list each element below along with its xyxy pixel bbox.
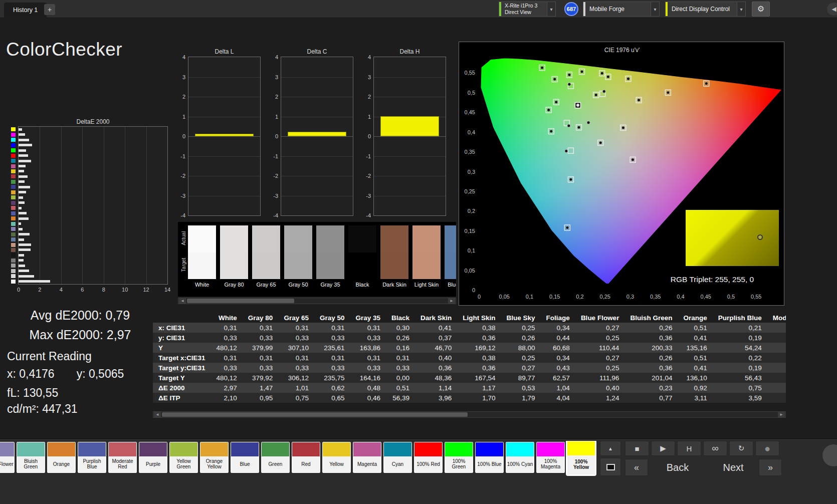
cell: 0,26 bbox=[386, 333, 415, 343]
deltae-bar bbox=[19, 217, 29, 220]
patch-swatch bbox=[11, 185, 16, 189]
cie-y-tick: 0,55 bbox=[461, 70, 475, 76]
refresh-button[interactable]: ↻ bbox=[729, 441, 753, 456]
patch-color-swatch bbox=[170, 442, 197, 456]
chevron-down-icon[interactable]: ▾ bbox=[547, 2, 555, 16]
record-button[interactable]: ● bbox=[755, 441, 779, 456]
scroll-left-icon[interactable]: ◄ bbox=[154, 412, 161, 417]
meter-dropdown[interactable]: X-Rite i1Pro 3Direct View ▾ bbox=[499, 2, 556, 17]
cell: 0,46 bbox=[767, 323, 786, 333]
next-chevrons-button[interactable]: » bbox=[759, 459, 782, 476]
cell: 0,30 bbox=[386, 323, 415, 333]
y-tick-label: 1 bbox=[357, 114, 371, 120]
current-reading-xy: x: 0,4176 y: 0,5065 bbox=[7, 367, 124, 381]
table-scrollbar-thumb[interactable] bbox=[162, 412, 468, 417]
patch-button-purple[interactable]: Purple bbox=[139, 442, 167, 473]
cell: 3,96 bbox=[415, 393, 457, 403]
next-button[interactable]: Next bbox=[711, 459, 756, 476]
deltae-bar bbox=[19, 243, 31, 246]
expand-up-icon[interactable]: ▲ bbox=[600, 441, 621, 456]
patch-button-blue-flower[interactable]: Blue Flower bbox=[0, 442, 15, 473]
patch-button-orange-yellow[interactable]: Orange Yellow bbox=[200, 442, 229, 473]
collapse-panel-icon[interactable]: ◀ bbox=[827, 3, 837, 16]
patch-button-100-green[interactable]: 100% Green bbox=[445, 442, 473, 473]
history-tab[interactable]: History 1 bbox=[4, 3, 47, 18]
patch-color-swatch bbox=[0, 442, 14, 456]
wheel-button[interactable] bbox=[822, 444, 837, 467]
cell: 0,22 bbox=[713, 353, 767, 363]
patch-button-moderate-red[interactable]: Moderate Red bbox=[108, 442, 137, 473]
gridline bbox=[374, 156, 446, 157]
patch-button-cyan[interactable]: Cyan bbox=[383, 442, 412, 473]
patch-button-100-red[interactable]: 100% Red bbox=[414, 442, 443, 473]
workflow-dropdown[interactable]: Direct Display Control ▾ bbox=[665, 2, 746, 17]
actual-row-label: Actual bbox=[181, 225, 186, 252]
patch-button-label: Yellow bbox=[323, 456, 350, 471]
strip-scrollbar[interactable]: ◄ ► bbox=[178, 298, 456, 304]
chevron-down-icon[interactable]: ▾ bbox=[651, 2, 659, 16]
scroll-right-icon[interactable]: ► bbox=[778, 412, 785, 417]
patch-button-100-cyan[interactable]: 100% Cyan bbox=[506, 442, 534, 473]
cell: 46,70 bbox=[415, 343, 457, 353]
cell: 136,10 bbox=[678, 373, 712, 383]
cell: 89,77 bbox=[501, 373, 541, 383]
patch-swatch bbox=[11, 190, 16, 194]
cell: 0,33 bbox=[386, 363, 415, 373]
patch-button-100-yellow[interactable]: 100% Yellow bbox=[567, 441, 595, 475]
chevron-down-icon[interactable]: ▾ bbox=[737, 2, 745, 16]
patch-button-red[interactable]: Red bbox=[292, 442, 320, 473]
settings-gear-icon[interactable]: ⚙ bbox=[752, 2, 770, 17]
strip-scrollbar-thumb[interactable] bbox=[187, 299, 294, 303]
cell: 164,16 bbox=[350, 373, 386, 383]
table-row: Target y:CIE310,330,330,330,330,330,330,… bbox=[153, 363, 786, 373]
column-header: Gray 80 bbox=[243, 313, 279, 323]
gridline bbox=[374, 136, 446, 137]
pattern-source-dropdown[interactable]: Mobile Forge ▾ bbox=[583, 2, 660, 17]
cell: 111,96 bbox=[575, 373, 625, 383]
continuous-button[interactable]: ∞ bbox=[703, 441, 727, 456]
scroll-left-icon[interactable]: ◄ bbox=[179, 298, 186, 304]
patch-button-bluish-green[interactable]: Bluish Green bbox=[17, 442, 45, 473]
table-scrollbar[interactable]: ◄ ► bbox=[153, 411, 786, 418]
x-tick-label: 12 bbox=[143, 287, 149, 293]
patch-button-100-blue[interactable]: 100% Blue bbox=[475, 442, 504, 473]
measured-marker bbox=[705, 82, 708, 85]
max-de2000-label: Max dE2000: 2,97 bbox=[5, 325, 155, 345]
stop-button[interactable]: ■ bbox=[625, 441, 649, 456]
column-header: Foliage bbox=[541, 313, 575, 323]
hold-button[interactable]: H bbox=[677, 441, 701, 456]
cie-x-tick: 0,55 bbox=[751, 294, 761, 300]
patch-button-orange[interactable]: Orange bbox=[47, 442, 76, 473]
patch-color-swatch bbox=[48, 442, 75, 456]
play-button[interactable]: ▶ bbox=[651, 441, 675, 456]
gridline bbox=[188, 117, 260, 117]
table-header-row: WhiteGray 80Gray 65Gray 50Gray 35BlackDa… bbox=[153, 313, 786, 323]
patch-button-label: Bluish Green bbox=[17, 456, 45, 471]
deltae-bar bbox=[19, 275, 34, 278]
cie-y-tick: 0 bbox=[461, 287, 475, 293]
back-chevrons-button[interactable]: « bbox=[625, 459, 648, 476]
patch-color-swatch bbox=[414, 442, 442, 456]
patch-button-100-magenta[interactable]: 100% Magenta bbox=[536, 442, 565, 473]
patch-swatch bbox=[11, 127, 16, 131]
cie-x-tick: 0,4 bbox=[677, 294, 684, 300]
pattern-window-button[interactable] bbox=[600, 458, 621, 476]
row-label: ΔE 2000 bbox=[153, 383, 211, 393]
gridline bbox=[188, 136, 260, 137]
back-button[interactable]: Back bbox=[652, 459, 704, 476]
patch-button-purplish-blue[interactable]: Purplish Blue bbox=[78, 442, 106, 473]
deltae-bar bbox=[19, 180, 25, 183]
patch-button-yellow-green[interactable]: Yellow Green bbox=[169, 442, 198, 473]
deltae-bar bbox=[19, 128, 22, 131]
patch-button-label: Yellow Green bbox=[170, 456, 197, 471]
patch-button-green[interactable]: Green bbox=[261, 442, 290, 473]
cell: 0,38 bbox=[457, 353, 501, 363]
patch-button-yellow[interactable]: Yellow bbox=[322, 442, 351, 473]
patch-button-magenta[interactable]: Magenta bbox=[353, 442, 381, 473]
scroll-right-icon[interactable]: ► bbox=[448, 298, 455, 304]
cell: 89,66 bbox=[767, 373, 786, 383]
cell: 2,10 bbox=[211, 393, 243, 403]
cell: 0,19 bbox=[713, 333, 767, 343]
patch-button-blue[interactable]: Blue bbox=[231, 442, 259, 473]
add-tab-button[interactable]: + bbox=[44, 4, 55, 15]
